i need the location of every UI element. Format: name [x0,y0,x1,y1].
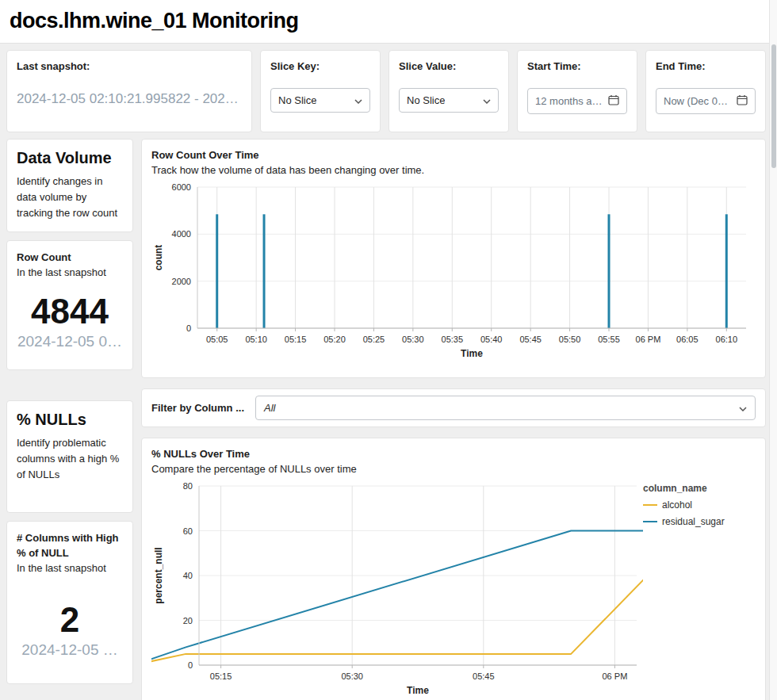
legend-label: alcohol [662,499,692,511]
data-volume-card: Data Volume Identify changes in data vol… [6,139,133,232]
start-time-input[interactable]: 12 months a… [527,88,627,114]
slice-value-select[interactable]: No Slice [399,88,499,113]
controls-row: Last snapshot: 2024-12-05 02:10:21.99582… [6,50,766,132]
start-time-label: Start Time: [527,60,627,72]
row-count-timestamp: 2024-12-05 0… [17,333,123,350]
svg-text:20: 20 [183,616,193,625]
nulls-chart-title: % NULLs Over Time [151,448,756,460]
start-time-card: Start Time: 12 months a… [517,50,637,132]
svg-text:4000: 4000 [172,229,191,239]
legend-swatch [643,504,657,506]
svg-text:05:35: 05:35 [442,335,464,344]
row-count-chart: 020004000600005:0505:1005:1505:2005:2505… [151,181,754,365]
row-count-title: Row Count [17,251,123,266]
nulls-title: % NULLs [17,411,123,429]
end-time-input[interactable]: Now (Dec 04,… [656,88,756,114]
vertical-scrollbar[interactable] [769,0,777,700]
svg-text:percent_null: percent_null [153,547,164,603]
filter-column-select[interactable]: All [255,396,756,420]
nulls-chart: 02040608005:1505:3005:4506 PMTimepercent… [151,480,643,700]
svg-text:0: 0 [188,660,193,670]
svg-text:Time: Time [461,348,483,359]
high-null-columns-timestamp: 2024-12-05 … [17,641,123,659]
svg-text:06:10: 06:10 [716,335,738,344]
row-count-chart-card: Row Count Over Time Track how the volume… [141,139,766,378]
last-snapshot-card: Last snapshot: 2024-12-05 02:10:21.99582… [6,50,252,132]
nulls-card: % NULLs Identify problematic columns wit… [6,400,133,513]
legend-item: residual_sugar [643,516,746,527]
high-null-columns-value: 2 [17,600,123,640]
row-count-value: 4844 [17,292,123,331]
high-null-columns-subtitle: In the last snapshot [17,561,123,576]
legend-swatch [643,521,657,522]
svg-text:05:20: 05:20 [323,335,346,344]
calendar-icon [608,94,619,108]
slice-key-select[interactable]: No Slice [270,88,370,113]
svg-text:05:25: 05:25 [363,335,385,344]
legend-label: residual_sugar [662,516,725,527]
charts-column: Row Count Over Time Track how the volume… [141,139,766,700]
svg-text:05:45: 05:45 [519,335,542,344]
high-null-columns-title: # Columns with High % of NULL [17,531,123,561]
scrollbar-thumb[interactable] [771,44,776,168]
dashboard-content: Last snapshot: 2024-12-05 02:10:21.99582… [0,44,777,700]
end-time-card: End Time: Now (Dec 04,… [645,50,766,132]
chevron-down-icon [739,402,747,414]
svg-text:2000: 2000 [172,277,191,286]
slice-key-label: Slice Key: [270,60,370,72]
chevron-down-icon [354,94,362,106]
slice-value-card: Slice Value: No Slice [388,50,509,132]
nulls-chart-card: % NULLs Over Time Compare the percentage… [141,438,766,700]
calendar-icon [737,94,748,108]
svg-text:05:45: 05:45 [473,671,495,681]
legend-item: alcohol [643,499,746,511]
row-count-chart-title: Row Count Over Time [151,149,756,161]
data-volume-title: Data Volume [17,149,123,167]
svg-text:80: 80 [183,481,193,491]
main-grid: Data Volume Identify changes in data vol… [6,139,766,700]
end-time-value: Now (Dec 04,… [664,95,732,107]
row-count-subtitle: In the last snapshot [17,266,123,281]
slice-value-label: Slice Value: [399,60,499,72]
svg-text:6000: 6000 [172,182,191,192]
data-volume-description: Identify changes in data volume by track… [17,174,123,221]
svg-text:05:10: 05:10 [245,335,267,344]
svg-text:count: count [153,245,164,271]
svg-text:05:05: 05:05 [206,335,228,344]
nulls-chart-body: 02040608005:1505:3005:4506 PMTimepercent… [151,480,756,700]
last-snapshot-label: Last snapshot: [17,60,242,72]
page-title: docs.lhm.wine_01 Monitoring [10,9,766,33]
page-header: docs.lhm.wine_01 Monitoring [0,0,777,44]
slice-key-card: Slice Key: No Slice [260,50,381,132]
svg-text:05:40: 05:40 [480,335,503,344]
chart-legend: column_name alcohol residual_sugar [643,480,746,533]
svg-text:06:05: 06:05 [676,335,699,344]
svg-text:05:50: 05:50 [559,335,581,344]
row-count-chart-subtitle: Track how the volume of data has been ch… [151,164,756,176]
end-time-label: End Time: [656,60,756,72]
nulls-description: Identify problematic columns with a high… [17,435,123,483]
svg-text:40: 40 [183,571,193,580]
svg-text:05:30: 05:30 [402,335,424,344]
svg-text:05:15: 05:15 [285,335,307,344]
svg-text:0: 0 [186,323,191,333]
svg-text:06 PM: 06 PM [636,335,661,344]
last-snapshot-value: 2024-12-05 02:10:21.995822 - 2024-1… [17,91,242,107]
svg-text:60: 60 [183,526,193,536]
start-time-value: 12 months a… [535,95,603,107]
filter-value: All [264,402,275,414]
filter-card: Filter by Column ... All [141,388,766,427]
row-count-card: Row Count In the last snapshot 4844 2024… [6,240,133,370]
svg-text:Time: Time [407,685,429,696]
chevron-down-icon [483,94,491,106]
high-null-columns-card: # Columns with High % of NULL In the las… [6,521,133,684]
svg-text:05:15: 05:15 [210,671,232,681]
sidebar: Data Volume Identify changes in data vol… [6,139,133,700]
svg-text:06 PM: 06 PM [603,671,628,681]
svg-text:05:30: 05:30 [341,671,363,681]
slice-key-value: No Slice [278,94,316,106]
filter-label: Filter by Column ... [151,402,244,414]
svg-text:05:55: 05:55 [598,335,620,344]
slice-value-value: No Slice [407,94,445,106]
legend-title: column_name [643,483,746,494]
